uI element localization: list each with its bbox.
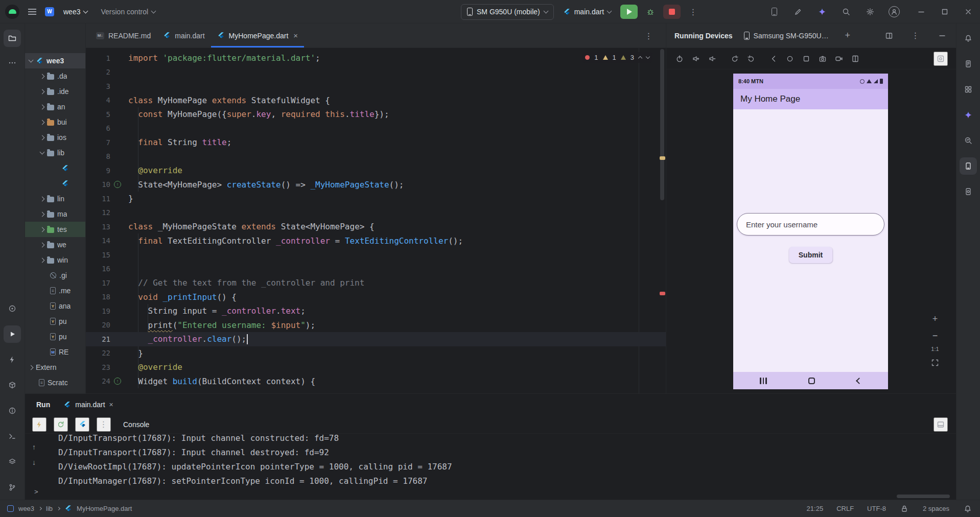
error-stripe-mark[interactable]: [660, 292, 665, 295]
recents-icon[interactable]: [760, 378, 767, 384]
editor-tab-READMEmd[interactable]: M↓README.md: [90, 24, 157, 48]
tree-item-ios[interactable]: ios: [25, 130, 85, 145]
chevron-right-icon[interactable]: [40, 196, 45, 201]
zoom-ratio[interactable]: 1:1: [931, 346, 939, 352]
scroll-up-icon[interactable]: ↑: [32, 443, 36, 451]
override-marker-icon[interactable]: ↑: [114, 181, 121, 188]
tree-item-RE[interactable]: RE: [25, 344, 85, 360]
console-options-button[interactable]: ⋮: [97, 417, 111, 432]
file-encoding[interactable]: UTF-8: [867, 505, 886, 512]
editor-scrollbar[interactable]: [660, 49, 664, 200]
version-control-icon[interactable]: [4, 479, 21, 496]
line-separator[interactable]: CRLF: [836, 505, 854, 512]
tree-item-me[interactable]: .me: [25, 283, 85, 298]
camera-button[interactable]: [815, 52, 830, 66]
record-button[interactable]: [832, 52, 846, 66]
inspections-widget[interactable]: 1 1 3: [582, 52, 652, 63]
override-marker-icon[interactable]: ↑: [114, 378, 121, 385]
code-line-1[interactable]: 1import 'package:flutter/material.dart';: [86, 51, 666, 65]
chevron-right-icon[interactable]: [40, 74, 45, 79]
volume-up-button[interactable]: [689, 52, 703, 66]
overview-button[interactable]: [799, 52, 813, 66]
gemini-icon[interactable]: [960, 106, 977, 124]
tree-item-7[interactable]: [25, 160, 85, 176]
fold-button[interactable]: [848, 52, 862, 66]
tree-item-lin[interactable]: lin: [25, 191, 85, 206]
next-problem-icon[interactable]: [646, 55, 650, 59]
chevron-right-icon[interactable]: [40, 104, 45, 109]
code-line-15[interactable]: 15: [86, 248, 666, 262]
code-line-9[interactable]: 9 @override: [86, 163, 666, 178]
chevron-right-icon[interactable]: [40, 120, 45, 125]
more-run-actions-button[interactable]: ⋮: [686, 4, 701, 19]
chevron-right-icon[interactable]: [40, 257, 45, 263]
notifications-icon[interactable]: [963, 504, 973, 514]
home-button[interactable]: [783, 52, 797, 66]
tree-item-pu[interactable]: pu: [25, 314, 85, 329]
rotate-left-button[interactable]: [728, 52, 742, 66]
device-screen[interactable]: 8:40 MTN My Home Page Enter your usernam…: [733, 74, 888, 389]
code-line-19[interactable]: 19 String input = _controller.text;: [86, 304, 666, 318]
vcs-widget[interactable]: Version control: [97, 4, 159, 20]
editor-tab-MyHomePagedart[interactable]: MyHomePage.dart×: [211, 24, 304, 48]
search-everywhere-button[interactable]: [837, 3, 855, 20]
code-line-18[interactable]: 18 void _printInput() {: [86, 290, 666, 304]
tree-item-ma[interactable]: ma: [25, 206, 85, 222]
tree-item-an[interactable]: an: [25, 99, 85, 114]
chevron-right-icon[interactable]: [40, 242, 45, 247]
caret-position[interactable]: 21:25: [807, 505, 824, 512]
device-selector[interactable]: SM G950U (mobile): [461, 4, 554, 20]
tree-item-8[interactable]: [25, 176, 85, 191]
project-selector[interactable]: wee3: [59, 4, 91, 20]
chevron-right-icon[interactable]: [40, 89, 45, 94]
crumb-folder[interactable]: lib: [46, 505, 53, 512]
device-manager-icon[interactable]: [960, 183, 977, 200]
submit-button[interactable]: Submit: [789, 247, 832, 263]
settings-button[interactable]: [861, 3, 879, 20]
tree-item-lib[interactable]: lib: [25, 145, 85, 160]
rotate-right-button[interactable]: [744, 52, 758, 66]
warning-stripe-mark[interactable]: [660, 156, 665, 160]
device-explorer-icon[interactable]: [960, 55, 977, 73]
minimize-button[interactable]: [909, 0, 933, 24]
code-line-17[interactable]: 17 // Get the text from the _controller …: [86, 276, 666, 290]
code-line-13[interactable]: 13class _MyHomePageState extends State<M…: [86, 220, 666, 234]
editor-tab-options-button[interactable]: ⋮: [641, 28, 657, 43]
close-icon[interactable]: ×: [109, 401, 113, 409]
editor-tab-maindart[interactable]: main.dart: [157, 24, 211, 48]
profile-button[interactable]: [885, 3, 903, 20]
code-line-23[interactable]: 23 @override: [86, 360, 666, 374]
chevron-right-icon[interactable]: [40, 135, 45, 140]
hot-reload-button[interactable]: [32, 417, 46, 432]
tree-item-win[interactable]: win: [25, 252, 85, 268]
hide-panel-button[interactable]: [935, 28, 950, 43]
fit-to-screen-icon[interactable]: [928, 356, 942, 370]
debug-button[interactable]: [643, 4, 658, 19]
split-panel-button[interactable]: [881, 28, 897, 43]
app-insights-icon[interactable]: [960, 132, 977, 149]
lock-icon[interactable]: [899, 504, 909, 514]
home-icon[interactable]: [808, 378, 815, 384]
chevron-right-icon[interactable]: [40, 227, 45, 232]
panel-options-button[interactable]: ⋮: [908, 28, 923, 43]
tree-item-gi[interactable]: .gi: [25, 268, 85, 283]
code-line-7[interactable]: 7 final String title;: [86, 135, 666, 150]
tree-item-tes[interactable]: tes: [25, 222, 85, 237]
run-config-selector[interactable]: main.dart: [559, 4, 615, 20]
terminal-icon[interactable]: [4, 428, 21, 445]
device-tab[interactable]: Samsung SM-G950U…: [744, 24, 829, 48]
zoom-in-button[interactable]: +: [928, 312, 942, 325]
profiler-icon[interactable]: [4, 351, 21, 368]
chevron-right-icon[interactable]: [29, 365, 34, 370]
mirror-device-button[interactable]: [765, 3, 783, 20]
back-button[interactable]: [766, 52, 781, 66]
open-devtools-button[interactable]: [75, 417, 89, 432]
code-area[interactable]: 1import 'package:flutter/material.dart';…: [86, 48, 666, 393]
tree-item-Scratc[interactable]: Scratc: [25, 375, 85, 390]
run-tab[interactable]: main.dart ×: [63, 401, 113, 409]
code-line-11[interactable]: 11}: [86, 192, 666, 206]
zoom-out-button[interactable]: −: [928, 329, 942, 342]
scroll-down-icon[interactable]: ↓: [32, 458, 36, 466]
stop-button[interactable]: [663, 5, 681, 19]
problems-icon[interactable]: [4, 402, 21, 419]
